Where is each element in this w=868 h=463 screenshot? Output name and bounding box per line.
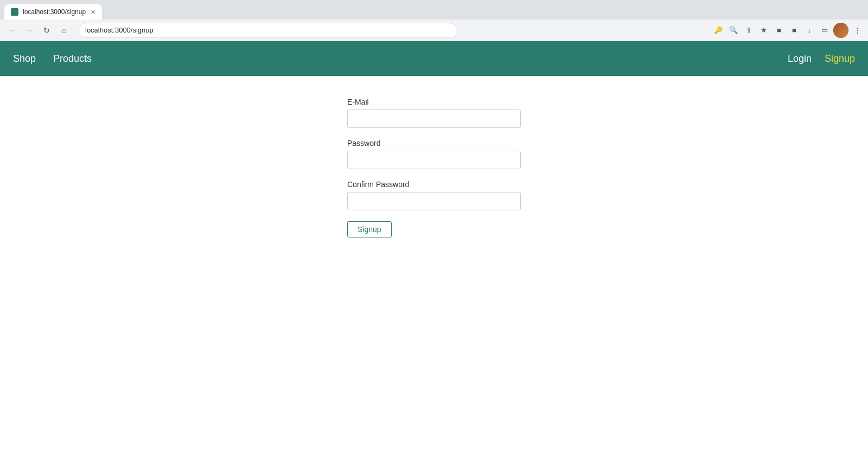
products-nav-link[interactable]: Products [53,53,92,65]
toolbar-right-buttons: 🔑 🔍 ⇧ ★ ■ ■ ↓ ▭ ⋮ [712,23,864,38]
url-text: localhost:3000/signup [85,26,154,34]
email-label: E-Mail [347,98,521,106]
address-bar[interactable]: localhost:3000/signup [78,23,458,38]
profile-avatar[interactable] [833,23,848,38]
navbar-left: Shop Products [13,53,92,65]
active-tab[interactable]: localhost:3000/signup ✕ [4,4,102,20]
tab-close-button[interactable]: ✕ [91,9,95,16]
main-content: E-Mail Password Confirm Password Signup [0,76,868,259]
bookmark-icon[interactable]: ★ [757,24,770,37]
login-nav-link[interactable]: Login [788,53,812,65]
confirm-password-label: Confirm Password [347,180,521,189]
confirm-password-input[interactable] [347,192,521,210]
menu-button[interactable]: ⋮ [851,24,864,37]
extension-icon[interactable]: ■ [773,24,786,37]
reload-button[interactable]: ↻ [39,23,54,38]
tab-label: localhost:3000/signup [23,8,86,16]
email-input[interactable] [347,110,521,128]
download-icon[interactable]: ↓ [803,24,816,37]
tablet-icon[interactable]: ▭ [818,24,831,37]
home-button[interactable]: ⌂ [56,23,72,38]
share-icon[interactable]: ⇧ [742,24,755,37]
zoom-icon[interactable]: 🔍 [727,24,740,37]
shop-nav-link[interactable]: Shop [13,53,36,65]
navbar-right: Login Signup [788,53,855,65]
password-manager-icon[interactable]: 🔑 [712,24,725,37]
signup-nav-link[interactable]: Signup [825,53,855,65]
extension-icon-2[interactable]: ■ [788,24,801,37]
confirm-password-form-group: Confirm Password [347,180,521,210]
password-form-group: Password [347,139,521,169]
email-form-group: E-Mail [347,98,521,128]
navbar: Shop Products Login Signup [0,41,868,76]
back-button[interactable]: ← [4,23,20,38]
password-input[interactable] [347,151,521,169]
browser-tab-bar: localhost:3000/signup ✕ [0,0,868,20]
tab-area: localhost:3000/signup ✕ [4,0,102,20]
signup-button[interactable]: Signup [347,221,392,237]
avatar-image [833,23,848,38]
password-label: Password [347,139,521,147]
address-bar-container: localhost:3000/signup [78,23,458,38]
signup-form: E-Mail Password Confirm Password Signup [347,98,521,237]
tab-favicon [11,8,18,16]
browser-toolbar: ← → ↻ ⌂ localhost:3000/signup 🔑 🔍 ⇧ ★ ■ … [0,20,868,41]
forward-button[interactable]: → [22,23,37,38]
